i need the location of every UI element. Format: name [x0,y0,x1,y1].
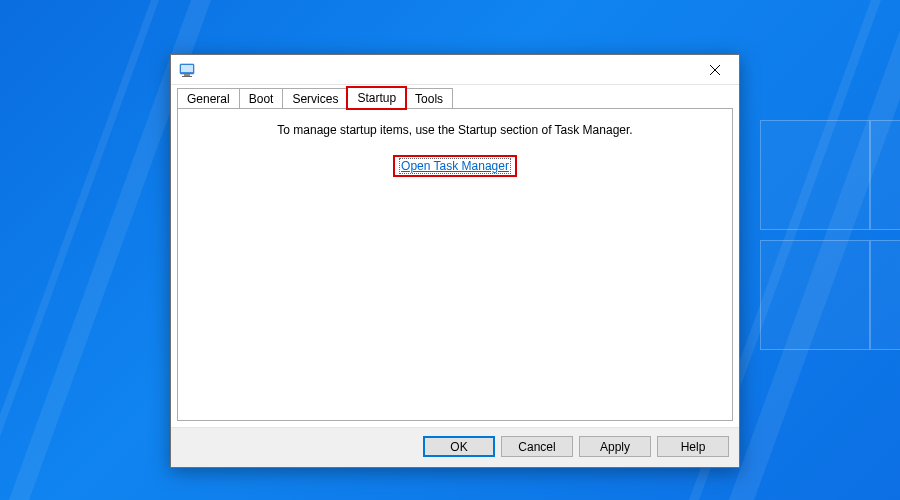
close-icon [710,65,720,75]
svg-rect-1 [181,65,193,72]
open-task-manager-link[interactable]: Open Task Manager [399,158,511,174]
tab-startup[interactable]: Startup [347,87,406,109]
ok-button[interactable]: OK [423,436,495,457]
close-button[interactable] [695,56,735,84]
app-icon [179,62,195,78]
startup-info-text: To manage startup items, use the Startup… [178,123,732,137]
dialog-button-row: OK Cancel Apply Help [171,427,739,467]
apply-button[interactable]: Apply [579,436,651,457]
cancel-button[interactable]: Cancel [501,436,573,457]
tab-general[interactable]: General [177,88,240,109]
tab-tools[interactable]: Tools [405,88,453,109]
tab-services[interactable]: Services [282,88,348,109]
startup-tab-panel: To manage startup items, use the Startup… [177,108,733,421]
msconfig-window: General Boot Services Startup Tools To m… [170,54,740,468]
tabstrip: General Boot Services Startup Tools [171,85,739,108]
tab-boot[interactable]: Boot [239,88,284,109]
titlebar[interactable] [171,55,739,85]
svg-rect-3 [182,76,192,77]
svg-rect-2 [184,74,190,76]
help-button[interactable]: Help [657,436,729,457]
link-highlight-box: Open Task Manager [393,155,517,177]
